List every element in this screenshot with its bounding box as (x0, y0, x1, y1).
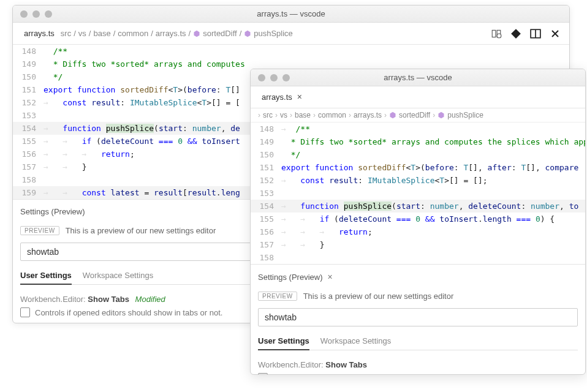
workspace-settings-tab[interactable]: Workspace Settings (320, 333, 391, 350)
line-number: 152 (13, 96, 44, 109)
preview-text: This is a preview of our new settings ed… (66, 226, 216, 235)
show-tabs-checkbox[interactable] (20, 307, 30, 317)
code-line[interactable]: 148→ /** (251, 123, 585, 135)
maximize-window-button[interactable] (282, 74, 290, 81)
user-settings-tab[interactable]: User Settings (20, 267, 72, 285)
line-number: 155 (13, 135, 44, 148)
tab-label: arrays.ts (24, 29, 55, 38)
breadcrumb[interactable]: ›src ›vs ›base ›common ›arrays.ts › sort… (251, 108, 585, 123)
titlebar: arrays.ts — vscode (13, 6, 569, 23)
tab-label: arrays.ts (262, 92, 292, 102)
window-controls (20, 10, 52, 18)
preview-badge: PREVIEW (20, 226, 59, 235)
preview-badge: PREVIEW (258, 292, 297, 301)
code-line[interactable]: 157→ → } (251, 238, 585, 251)
code-line[interactable]: 152→ const result: IMutableSplice<T>[] =… (251, 174, 585, 187)
settings-tabs: User Settings Workspace Settings (258, 333, 578, 350)
line-number: 158 (251, 251, 281, 264)
workspace-settings-tab[interactable]: Workspace Settings (83, 267, 153, 284)
line-number: 153 (251, 187, 281, 200)
window-controls (258, 74, 290, 81)
user-settings-tab[interactable]: User Settings (258, 333, 309, 350)
svg-point-2 (497, 34, 501, 38)
minimize-window-button[interactable] (270, 74, 278, 81)
titlebar: arrays.ts — vscode (251, 69, 585, 86)
line-number: 157 (13, 160, 44, 173)
close-window-button[interactable] (258, 74, 265, 81)
line-number: 150 (251, 148, 281, 161)
code-line[interactable]: 151export function sortedDiff<T>(before:… (251, 161, 585, 174)
code-line[interactable]: 154→ function pushSplice(start: number, … (251, 200, 585, 213)
split-editor-icon[interactable] (530, 28, 541, 39)
editor-toolbar (491, 28, 564, 39)
line-number: 156 (13, 148, 44, 160)
line-number: 148 (251, 123, 281, 135)
window-title: arrays.ts — vscode (251, 73, 585, 82)
line-number: 149 (13, 58, 44, 70)
editor-tabbar: arrays.ts × (251, 86, 585, 108)
settings-title: Settings (Preview) (258, 273, 322, 282)
line-number: 155 (251, 213, 281, 225)
settings-search-input[interactable] (258, 308, 578, 326)
close-editor-icon[interactable] (550, 28, 561, 39)
line-number: 153 (13, 109, 44, 122)
code-line[interactable]: 155→ → if (deleteCount === 0 && toInsert… (251, 213, 585, 225)
line-number: 158 (13, 173, 44, 186)
code-line[interactable]: 150 */ (251, 148, 585, 161)
tab-arrays[interactable]: arrays.ts × (256, 86, 308, 108)
minimize-window-button[interactable] (32, 10, 40, 18)
line-number: 151 (251, 161, 281, 174)
maximize-window-button[interactable] (45, 10, 52, 18)
breadcrumb[interactable]: src/ vs/ base/ common/ arrays.ts/ sorted… (61, 29, 293, 38)
show-tabs-checkbox[interactable]: ✓ (258, 373, 268, 375)
code-editor[interactable]: 148→ /**149 * Diffs two *sorted* arrays … (251, 123, 585, 264)
line-number: 154 (251, 200, 281, 213)
line-number: 156 (251, 225, 281, 238)
svg-rect-0 (492, 30, 496, 37)
code-line[interactable]: 149 * Diffs two *sorted* arrays and comp… (251, 135, 585, 148)
symbol-icon (437, 111, 445, 119)
line-number: 148 (13, 45, 44, 58)
symbol-icon (244, 30, 251, 37)
setting-show-tabs: Workbench.Editor: Show Tabs ✓ Controls i… (258, 350, 578, 375)
code-line[interactable]: 156→ → → return; (251, 225, 585, 238)
source-control-icon[interactable] (510, 28, 521, 39)
tab-arrays[interactable]: arrays.ts (18, 23, 61, 45)
line-number: 150 (13, 70, 44, 83)
line-number: 152 (251, 174, 281, 187)
symbol-icon (389, 111, 396, 119)
code-line[interactable]: 153 (251, 187, 585, 200)
preview-text: This is a preview of our new settings ed… (303, 292, 454, 301)
compare-icon[interactable] (491, 28, 502, 39)
close-settings-icon[interactable]: × (327, 272, 332, 282)
settings-title: Settings (Preview) (20, 207, 85, 216)
code-line[interactable]: 148 /** (13, 45, 569, 58)
line-number: 151 (13, 83, 44, 96)
editor-tabbar: arrays.ts src/ vs/ base/ common/ arrays.… (13, 23, 569, 45)
modified-indicator: Modified (135, 295, 165, 304)
close-tab-icon[interactable]: × (297, 92, 302, 102)
settings-panel: Settings (Preview) × PREVIEW This is a p… (251, 264, 585, 375)
line-number: 149 (251, 135, 281, 148)
close-window-button[interactable] (20, 10, 28, 18)
symbol-icon (193, 30, 200, 37)
code-line[interactable]: 158 (251, 251, 585, 264)
window-title: arrays.ts — vscode (13, 9, 569, 18)
line-number: 159 (13, 186, 44, 199)
line-number: 154 (13, 122, 44, 135)
line-number: 157 (251, 238, 281, 251)
vscode-window-front: arrays.ts — vscode arrays.ts × ›src ›vs … (250, 69, 586, 375)
